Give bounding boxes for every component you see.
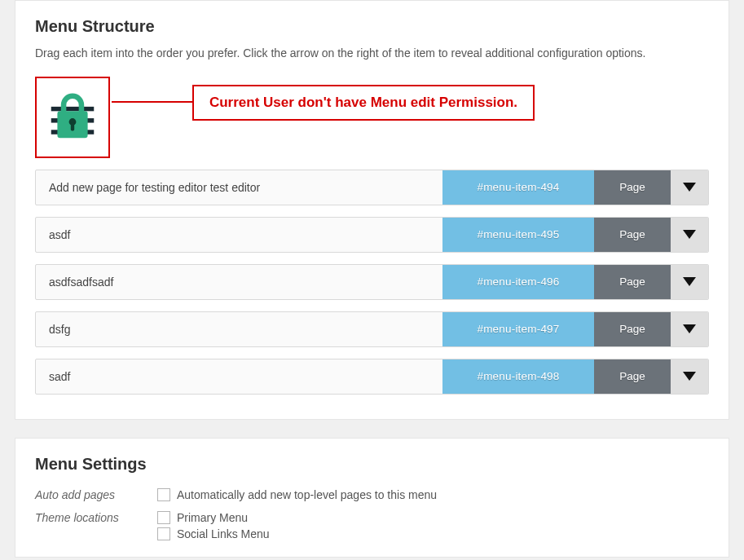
menu-item-title: Add new page for testing editor test edi… bbox=[36, 170, 442, 205]
auto-add-pages-label: Auto add pages bbox=[35, 488, 157, 501]
menu-structure-panel: Menu Structure Drag each item into the o… bbox=[15, 0, 729, 420]
chevron-down-icon bbox=[683, 324, 696, 333]
menu-item-title: asdf bbox=[36, 218, 442, 252]
menu-item-type-badge: Page bbox=[594, 218, 671, 252]
menu-item-expand-button[interactable] bbox=[671, 359, 708, 394]
menu-item-row[interactable]: asdf#menu-item-495Page bbox=[35, 217, 709, 253]
svg-rect-5 bbox=[71, 122, 74, 130]
menu-item-row[interactable]: sadf#menu-item-498Page bbox=[35, 359, 709, 395]
menu-item-id-badge: #menu-item-497 bbox=[442, 312, 594, 346]
menu-item-title: sadf bbox=[36, 359, 442, 394]
annotation-connector bbox=[112, 101, 192, 103]
theme-locations-label: Theme locations bbox=[35, 511, 157, 524]
menu-item-type-badge: Page bbox=[594, 312, 671, 346]
menu-settings-panel: Menu Settings Auto add pages Automatical… bbox=[15, 438, 729, 558]
chevron-down-icon bbox=[683, 277, 696, 286]
auto-add-pages-checkbox[interactable] bbox=[157, 488, 170, 501]
permission-callout: Current User don't have Menu edit Permis… bbox=[192, 85, 535, 121]
chevron-down-icon bbox=[683, 230, 696, 239]
menu-item-id-badge: #menu-item-495 bbox=[442, 218, 594, 252]
menu-structure-instructions: Drag each item into the order you prefer… bbox=[35, 46, 709, 62]
lock-highlight-box bbox=[35, 77, 110, 158]
menu-item-type-badge: Page bbox=[594, 170, 671, 205]
menu-item-type-badge: Page bbox=[594, 265, 671, 299]
menu-structure-title: Menu Structure bbox=[35, 17, 709, 36]
menu-item-title: dsfg bbox=[36, 312, 442, 346]
menu-settings-title: Menu Settings bbox=[35, 455, 709, 474]
menu-item-list: Add new page for testing editor test edi… bbox=[35, 170, 709, 395]
theme-location-checkbox[interactable] bbox=[157, 527, 170, 540]
theme-location-checkbox[interactable] bbox=[157, 511, 170, 524]
auto-add-pages-option: Automatically add new top-level pages to… bbox=[177, 488, 437, 501]
menu-item-expand-button[interactable] bbox=[671, 265, 708, 299]
chevron-down-icon bbox=[683, 183, 696, 192]
menu-item-expand-button[interactable] bbox=[671, 218, 708, 252]
theme-location-option: Primary Menu bbox=[177, 511, 248, 524]
menu-item-id-badge: #menu-item-496 bbox=[442, 265, 594, 299]
lock-icon bbox=[44, 89, 101, 146]
theme-location-option: Social Links Menu bbox=[177, 527, 270, 540]
permission-annotation: Current User don't have Menu edit Permis… bbox=[35, 77, 709, 158]
menu-item-row[interactable]: dsfg#menu-item-497Page bbox=[35, 311, 709, 347]
permission-warning-text: Current User don't have Menu edit Permis… bbox=[209, 95, 517, 110]
menu-item-expand-button[interactable] bbox=[671, 312, 708, 346]
menu-item-title: asdfsadfsadf bbox=[36, 265, 442, 299]
menu-item-expand-button[interactable] bbox=[671, 170, 708, 205]
menu-item-type-badge: Page bbox=[594, 359, 671, 394]
chevron-down-icon bbox=[683, 372, 696, 381]
svg-rect-0 bbox=[51, 106, 95, 110]
menu-item-id-badge: #menu-item-498 bbox=[442, 359, 594, 394]
theme-locations-row: Theme locations Primary MenuSocial Links… bbox=[35, 511, 709, 540]
auto-add-pages-row: Auto add pages Automatically add new top… bbox=[35, 488, 709, 501]
menu-item-id-badge: #menu-item-494 bbox=[442, 170, 594, 205]
menu-item-row[interactable]: asdfsadfsadf#menu-item-496Page bbox=[35, 264, 709, 300]
menu-item-row[interactable]: Add new page for testing editor test edi… bbox=[35, 170, 709, 205]
